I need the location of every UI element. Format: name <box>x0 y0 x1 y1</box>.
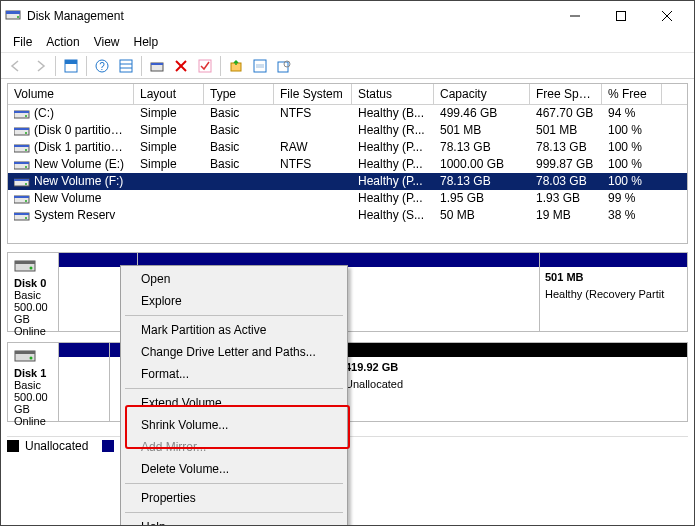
menu-separator <box>125 483 343 484</box>
menu-item-format[interactable]: Format... <box>123 363 345 385</box>
svg-rect-49 <box>15 351 35 354</box>
app-icon <box>5 7 21 26</box>
svg-rect-21 <box>256 64 264 68</box>
minimize-button[interactable] <box>552 1 598 31</box>
menu-item-properties[interactable]: Properties <box>123 487 345 509</box>
col-layout[interactable]: Layout <box>134 84 204 104</box>
settings-icon[interactable] <box>249 55 271 77</box>
forward-button[interactable] <box>29 55 51 77</box>
svg-rect-43 <box>14 213 29 215</box>
view-top-button[interactable] <box>60 55 82 77</box>
maximize-button[interactable] <box>598 1 644 31</box>
svg-point-35 <box>25 166 27 168</box>
window-frame: Disk Management File Action View Help ? … <box>0 0 695 526</box>
menubar: File Action View Help <box>1 31 694 53</box>
menu-item-add-mirror: Add Mirror... <box>123 436 345 458</box>
svg-rect-8 <box>65 60 77 64</box>
svg-point-50 <box>30 357 33 360</box>
svg-rect-15 <box>151 63 163 65</box>
volume-row[interactable]: System ReservHealthy (S...50 MB19 MB38 % <box>8 207 687 224</box>
window-title: Disk Management <box>27 9 552 23</box>
menu-separator <box>125 315 343 316</box>
menu-item-help[interactable]: Help <box>123 516 345 525</box>
svg-text:?: ? <box>99 61 105 72</box>
svg-point-41 <box>25 200 27 202</box>
svg-rect-31 <box>14 145 29 147</box>
volume-row[interactable]: New Volume (E:)SimpleBasicNTFSHealthy (P… <box>8 156 687 173</box>
svg-point-2 <box>17 16 19 18</box>
svg-point-44 <box>25 217 27 219</box>
content-area: Volume Layout Type File System Status Ca… <box>1 79 694 525</box>
check-icon[interactable] <box>194 55 216 77</box>
svg-point-26 <box>25 115 27 117</box>
col-filesystem[interactable]: File System <box>274 84 352 104</box>
view-list-button[interactable] <box>115 55 137 77</box>
svg-rect-34 <box>14 162 29 164</box>
partition[interactable]: 501 MBHealthy (Recovery Partit <box>539 253 687 331</box>
svg-point-32 <box>25 149 27 151</box>
help-button[interactable]: ? <box>91 55 113 77</box>
svg-point-47 <box>30 267 33 270</box>
volume-row[interactable]: (Disk 0 partition 3)SimpleBasicHealthy (… <box>8 122 687 139</box>
svg-rect-1 <box>6 11 20 14</box>
menu-item-mark-partition-as-active[interactable]: Mark Partition as Active <box>123 319 345 341</box>
volume-row[interactable]: (C:)SimpleBasicNTFSHealthy (B...499.46 G… <box>8 105 687 122</box>
delete-icon[interactable] <box>170 55 192 77</box>
svg-rect-28 <box>14 128 29 130</box>
legend-swatch-unallocated <box>7 440 19 452</box>
partition[interactable]: 419.92 GBUnallocated <box>339 343 687 421</box>
menu-item-delete-volume[interactable]: Delete Volume... <box>123 458 345 480</box>
menu-separator <box>125 388 343 389</box>
menu-action[interactable]: Action <box>40 33 85 51</box>
titlebar: Disk Management <box>1 1 694 31</box>
context-menu: OpenExploreMark Partition as ActiveChang… <box>120 265 348 525</box>
col-capacity[interactable]: Capacity <box>434 84 530 104</box>
menu-help[interactable]: Help <box>128 33 165 51</box>
menu-item-open[interactable]: Open <box>123 268 345 290</box>
column-headers: Volume Layout Type File System Status Ca… <box>8 84 687 105</box>
legend-swatch-primary <box>102 440 114 452</box>
partition[interactable] <box>59 343 109 421</box>
rescan-icon[interactable] <box>225 55 247 77</box>
col-type[interactable]: Type <box>204 84 274 104</box>
volume-list[interactable]: Volume Layout Type File System Status Ca… <box>7 83 688 244</box>
col-pctfree[interactable]: % Free <box>602 84 662 104</box>
col-status[interactable]: Status <box>352 84 434 104</box>
svg-point-38 <box>25 183 27 185</box>
svg-rect-37 <box>14 179 29 181</box>
find-icon[interactable] <box>273 55 295 77</box>
menu-file[interactable]: File <box>7 33 38 51</box>
svg-point-29 <box>25 132 27 134</box>
volume-row[interactable]: New Volume (F:)Healthy (P...78.13 GB78.0… <box>8 173 687 190</box>
attach-vhd-icon[interactable] <box>146 55 168 77</box>
col-freespace[interactable]: Free Spa... <box>530 84 602 104</box>
svg-rect-25 <box>14 111 29 113</box>
toolbar: ? <box>1 53 694 79</box>
menu-separator <box>125 512 343 513</box>
volume-row[interactable]: New VolumeHealthy (P...1.95 GB1.93 GB99 … <box>8 190 687 207</box>
disk-info: Disk 0Basic500.00 GBOnline <box>8 253 59 331</box>
menu-item-shrink-volume[interactable]: Shrink Volume... <box>123 414 345 436</box>
col-volume[interactable]: Volume <box>8 84 134 104</box>
menu-item-change-drive-letter-and-paths[interactable]: Change Drive Letter and Paths... <box>123 341 345 363</box>
svg-rect-4 <box>617 12 626 21</box>
menu-view[interactable]: View <box>88 33 126 51</box>
svg-rect-40 <box>14 196 29 198</box>
menu-item-explore[interactable]: Explore <box>123 290 345 312</box>
back-button[interactable] <box>5 55 27 77</box>
svg-rect-11 <box>120 60 132 72</box>
svg-rect-18 <box>199 60 211 72</box>
disk-info: Disk 1Basic500.00 GBOnline <box>8 343 59 421</box>
close-button[interactable] <box>644 1 690 31</box>
legend-label-unallocated: Unallocated <box>25 439 88 453</box>
menu-item-extend-volume[interactable]: Extend Volume... <box>123 392 345 414</box>
volume-row[interactable]: (Disk 1 partition 1)SimpleBasicRAWHealth… <box>8 139 687 156</box>
svg-rect-46 <box>15 261 35 264</box>
